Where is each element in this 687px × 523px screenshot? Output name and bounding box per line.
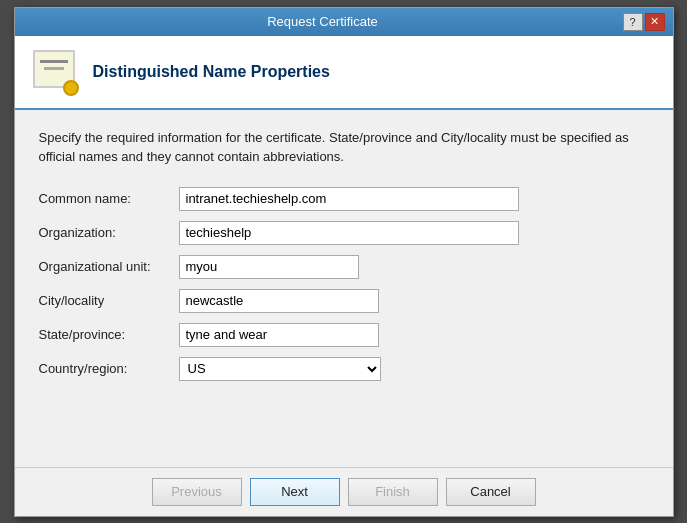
label-organization: Organization: [39, 225, 179, 240]
close-button[interactable]: ✕ [645, 13, 665, 31]
next-button[interactable]: Next [250, 478, 340, 506]
form-row-city: City/locality [39, 289, 649, 313]
form-row-organization: Organization: [39, 221, 649, 245]
input-common-name[interactable] [179, 187, 519, 211]
cancel-button[interactable]: Cancel [446, 478, 536, 506]
label-country: Country/region: [39, 361, 179, 376]
form-row-org-unit: Organizational unit: [39, 255, 649, 279]
finish-button[interactable]: Finish [348, 478, 438, 506]
certificate-icon [31, 48, 79, 96]
title-bar-controls: ? ✕ [623, 13, 665, 31]
request-certificate-dialog: Request Certificate ? ✕ Distinguished Na… [14, 7, 674, 517]
description-text: Specify the required information for the… [39, 128, 649, 167]
content-area: Specify the required information for the… [15, 110, 673, 467]
form-row-country: Country/region: US GB CA AU [39, 357, 649, 381]
label-state: State/province: [39, 327, 179, 342]
select-country[interactable]: US GB CA AU [179, 357, 381, 381]
form-table: Common name: Organization: Organizationa… [39, 187, 649, 381]
dialog-title: Request Certificate [23, 14, 623, 29]
input-state[interactable] [179, 323, 379, 347]
input-city[interactable] [179, 289, 379, 313]
header-section: Distinguished Name Properties [15, 36, 673, 110]
label-org-unit: Organizational unit: [39, 259, 179, 274]
title-bar: Request Certificate ? ✕ [15, 8, 673, 36]
label-common-name: Common name: [39, 191, 179, 206]
input-org-unit[interactable] [179, 255, 359, 279]
previous-button[interactable]: Previous [152, 478, 242, 506]
help-button[interactable]: ? [623, 13, 643, 31]
form-row-state: State/province: [39, 323, 649, 347]
header-title: Distinguished Name Properties [93, 63, 330, 81]
label-city: City/locality [39, 293, 179, 308]
input-organization[interactable] [179, 221, 519, 245]
footer-section: Previous Next Finish Cancel [15, 467, 673, 516]
form-row-common-name: Common name: [39, 187, 649, 211]
